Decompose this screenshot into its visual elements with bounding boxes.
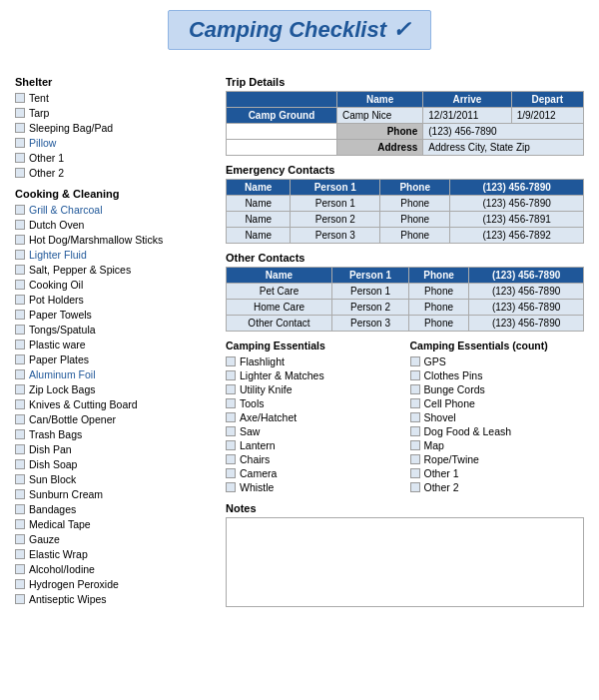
cooking-heading: Cooking & Cleaning (15, 188, 210, 200)
item-label: Can/Bottle Opener (29, 413, 116, 425)
list-item: Salt, Pepper & Spices (15, 263, 210, 277)
checkbox[interactable] (15, 474, 25, 484)
checkbox[interactable] (15, 549, 25, 559)
ess-label: Other 1 (424, 467, 459, 479)
checkbox[interactable] (15, 205, 25, 215)
checkbox[interactable] (410, 468, 420, 478)
oc-name: Other Contact (227, 316, 332, 332)
checkbox[interactable] (15, 280, 25, 290)
essentials-right-col: Camping Essentials (count) GPSClothes Pi… (410, 340, 585, 494)
list-item: Map (410, 438, 585, 451)
list-item: Tongs/Spatula (15, 323, 210, 337)
checkbox[interactable] (15, 579, 25, 589)
item-label: Gauze (29, 533, 60, 545)
emergency-table: Name Person 1 Phone (123) 456-7890 NameP… (226, 179, 584, 244)
checkbox[interactable] (15, 340, 25, 350)
checkbox[interactable] (226, 370, 236, 380)
oc-phone: Phone (409, 316, 469, 332)
table-row: NamePerson 2Phone(123) 456-7891 (227, 212, 584, 228)
trip-row1-label: Camp Ground (227, 108, 337, 124)
notes-box[interactable] (226, 517, 584, 607)
checkbox[interactable] (226, 426, 236, 436)
ec-person: Person 2 (291, 212, 380, 228)
checkbox[interactable] (15, 564, 25, 574)
checkbox[interactable] (410, 370, 420, 380)
ess-label: Bunge Cords (424, 383, 485, 395)
checkbox[interactable] (226, 440, 236, 450)
checkbox[interactable] (15, 504, 25, 514)
item-label: Dutch Oven (29, 219, 84, 231)
checkbox[interactable] (15, 354, 25, 364)
checkbox[interactable] (226, 384, 236, 394)
checkbox[interactable] (15, 489, 25, 499)
checkbox[interactable] (15, 384, 25, 394)
checkbox[interactable] (15, 138, 25, 148)
checkbox[interactable] (15, 265, 25, 275)
checkbox[interactable] (226, 356, 236, 366)
item-label: Dish Soap (29, 458, 77, 470)
checkbox[interactable] (15, 108, 25, 118)
checkbox[interactable] (410, 440, 420, 450)
checkbox[interactable] (15, 594, 25, 604)
checkbox[interactable] (15, 444, 25, 454)
checkbox[interactable] (15, 220, 25, 230)
checkbox[interactable] (15, 459, 25, 469)
ec-person: Person 1 (291, 196, 380, 212)
list-item: Gauze (15, 532, 210, 546)
list-item: Pot Holders (15, 293, 210, 307)
list-item: Lantern (226, 438, 400, 451)
ess-label: Dog Food & Leash (424, 425, 512, 437)
title-box: Camping Checklist ✓ (168, 10, 431, 50)
ess-label: Axe/Hatchet (240, 411, 297, 423)
ec-name: Name (227, 212, 291, 228)
checkbox[interactable] (410, 426, 420, 436)
list-item: Axe/Hatchet (226, 410, 400, 423)
checkbox[interactable] (226, 454, 236, 464)
item-label: Tarp (29, 107, 49, 119)
checkbox[interactable] (15, 295, 25, 305)
list-item: Tarp (15, 106, 210, 120)
checkbox[interactable] (410, 482, 420, 492)
checkbox[interactable] (15, 123, 25, 133)
ess-label: Camera (240, 467, 277, 479)
checkbox[interactable] (410, 412, 420, 422)
checkbox[interactable] (15, 93, 25, 103)
item-label: Paper Towels (29, 309, 92, 321)
oc-name: Pet Care (227, 284, 332, 300)
checkbox[interactable] (15, 168, 25, 178)
checkbox[interactable] (15, 369, 25, 379)
table-row: Home CarePerson 2Phone(123) 456-7890 (227, 300, 584, 316)
oc-person: Person 3 (331, 316, 408, 332)
checkbox[interactable] (226, 412, 236, 422)
checkbox[interactable] (15, 399, 25, 409)
trip-phone-value: (123) 456-7890 (423, 124, 584, 140)
essentials-left-col: Camping Essentials FlashlightLighter & M… (226, 340, 400, 494)
checkbox[interactable] (410, 398, 420, 408)
checkbox[interactable] (15, 429, 25, 439)
ec-name: Name (227, 228, 291, 244)
ess-label: Other 2 (424, 481, 459, 493)
checkbox[interactable] (226, 398, 236, 408)
oc-person: Person 1 (331, 284, 408, 300)
checkbox[interactable] (410, 356, 420, 366)
list-item: Saw (226, 424, 400, 437)
trip-col-arrive: Arrive (423, 92, 511, 108)
item-label: Pillow (29, 137, 56, 149)
checkbox[interactable] (15, 414, 25, 424)
checkbox[interactable] (226, 468, 236, 478)
item-label: Grill & Charcoal (29, 204, 103, 216)
checkbox[interactable] (15, 153, 25, 163)
table-row: Other ContactPerson 3Phone(123) 456-7890 (227, 316, 584, 332)
checkbox[interactable] (410, 454, 420, 464)
checkbox[interactable] (15, 235, 25, 245)
checkbox[interactable] (15, 310, 25, 320)
checkbox[interactable] (15, 325, 25, 335)
list-item: Other 1 (15, 151, 210, 165)
checkbox[interactable] (15, 519, 25, 529)
list-item: Grill & Charcoal (15, 203, 210, 217)
checkbox[interactable] (15, 250, 25, 260)
checkbox[interactable] (15, 534, 25, 544)
ec-col-number: (123) 456-7890 (450, 180, 584, 196)
checkbox[interactable] (410, 384, 420, 394)
checkbox[interactable] (226, 482, 236, 492)
